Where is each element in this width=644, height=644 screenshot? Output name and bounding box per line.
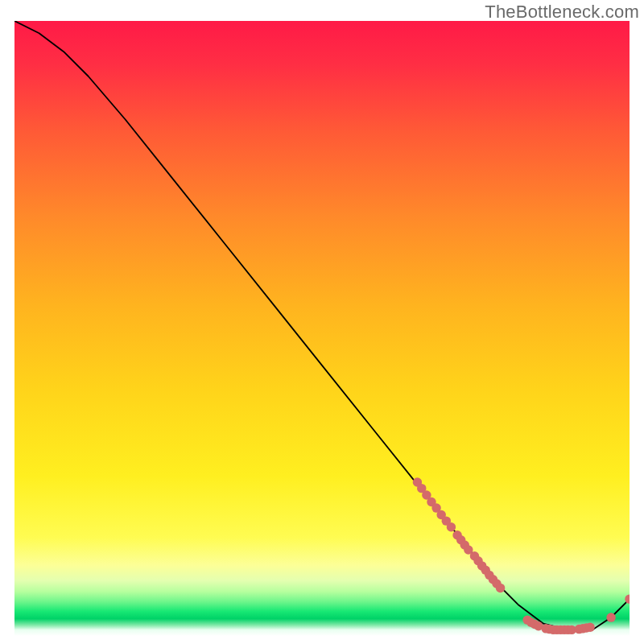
bottleneck-chart (14, 21, 630, 636)
marker-dot (447, 522, 456, 531)
chart-stage: TheBottleneck.com (0, 0, 644, 644)
chart-background (14, 21, 630, 636)
chart-svg (14, 21, 630, 636)
watermark-text: TheBottleneck.com (485, 2, 639, 23)
marker-dot (496, 584, 505, 592)
marker-dot (606, 613, 615, 621)
marker-dot (585, 623, 594, 632)
